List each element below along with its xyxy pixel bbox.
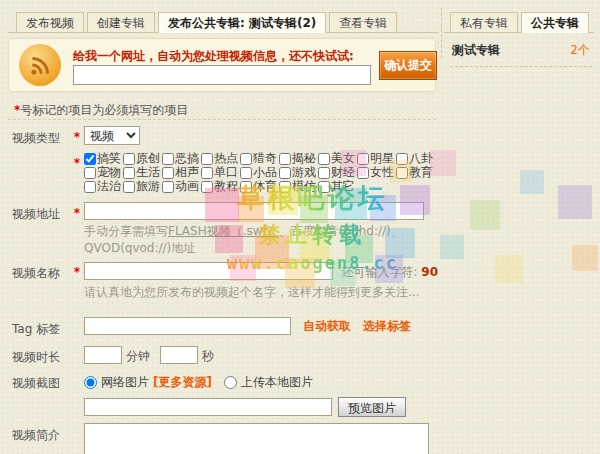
category-checkbox[interactable] <box>240 167 252 179</box>
category-checkbox[interactable] <box>84 167 96 179</box>
intro-label: 视频简介 <box>8 423 70 444</box>
category-option[interactable]: 体育 <box>240 178 277 195</box>
category-option-label: 动画 <box>175 178 199 195</box>
tab-private-album[interactable]: 私有专辑 <box>450 12 518 32</box>
category-checkbox[interactable] <box>357 167 369 179</box>
video-type-row: 视频类型 * 视频 <box>8 126 438 147</box>
flash-format-link[interactable]: FLASH视频（.swf） <box>168 224 279 238</box>
category-label-spacer <box>8 152 70 156</box>
screenshot-label: 视频截图 <box>8 371 70 392</box>
banner-submit-button[interactable]: 确认提交 <box>379 51 437 80</box>
category-option[interactable]: 模仿 <box>279 178 316 195</box>
duration-minutes-input[interactable] <box>84 346 122 364</box>
screenshot-source-options: 网络图片 [更多资源] 上传本地图片 <box>84 371 438 391</box>
required-star: * <box>70 152 84 170</box>
category-checkbox[interactable] <box>396 167 408 179</box>
category-checkbox[interactable] <box>396 153 408 165</box>
category-checkbox[interactable] <box>357 153 369 165</box>
album-list-item[interactable]: 测试专辑 2个 <box>450 37 592 67</box>
video-type-label: 视频类型 <box>8 126 70 147</box>
seconds-unit: 秒 <box>202 345 214 365</box>
category-checkbox[interactable] <box>279 181 291 193</box>
video-name-row: 视频名称 * 还可输入字符: 90 请认真地为您所发布的视频起个名字，这样才能得… <box>8 261 438 301</box>
intro-textarea[interactable] <box>84 423 429 454</box>
network-image-label: 网络图片 <box>101 374 149 391</box>
category-checkbox[interactable] <box>318 181 330 193</box>
category-option[interactable]: 教程 <box>201 178 238 195</box>
category-option-label: 教育 <box>409 164 433 181</box>
required-star: * <box>70 126 84 144</box>
album-tabbar: 私有专辑 公共专辑 <box>444 10 594 33</box>
category-checkbox[interactable] <box>84 153 96 165</box>
tab-create-album[interactable]: 创建专辑 <box>87 12 155 32</box>
minutes-unit: 分钟 <box>126 345 150 365</box>
tag-row: Tag 标签 自动获取 选择标签 <box>8 317 438 338</box>
category-checkbox[interactable] <box>162 167 174 179</box>
video-name-input[interactable] <box>84 262 333 280</box>
network-image-radio[interactable] <box>84 376 97 389</box>
category-checkbox[interactable] <box>201 181 213 193</box>
publish-form: 视频类型 * 视频 * 搞笑 原创 恶搞 热点 猎奇 揭秘 美女 明星 八卦 宠… <box>8 122 438 454</box>
required-star: * <box>70 202 84 220</box>
category-checkbox[interactable] <box>279 167 291 179</box>
upload-local-label: 上传本地图片 <box>241 374 313 391</box>
category-option-label: 其它 <box>331 178 355 195</box>
tab-public-album[interactable]: 公共专辑 <box>521 12 589 33</box>
intro-row: 视频简介 请用不超过250个汉字对您发布的视频进行描述... <box>8 423 438 454</box>
video-name-label: 视频名称 <box>8 261 70 282</box>
category-option-label: 旅游 <box>136 178 160 195</box>
duration-row: 视频时长 分钟 秒 <box>8 345 438 366</box>
category-checkbox[interactable] <box>318 167 330 179</box>
preview-image-button[interactable]: 预览图片 <box>338 397 406 417</box>
category-checkbox[interactable] <box>123 181 135 193</box>
screenshot-row: 视频截图 网络图片 [更多资源] 上传本地图片 预览图片 <box>8 371 438 417</box>
tag-label: Tag 标签 <box>8 317 70 338</box>
auto-fetch-link[interactable]: 自动获取 <box>303 318 351 335</box>
category-option-label: 女性 <box>370 164 394 181</box>
category-checkbox[interactable] <box>240 181 252 193</box>
category-option[interactable]: 旅游 <box>123 178 160 195</box>
video-address-hint: 手动分享需填写FLASH视频（.swf）、百度影音(bdhd://)、QVOD(… <box>84 223 438 257</box>
tab-publish-public-album[interactable]: 发布公共专辑: 测试专辑(2) <box>158 12 326 33</box>
category-option[interactable]: 教育 <box>396 164 433 181</box>
category-checkbox[interactable] <box>123 153 135 165</box>
url-input[interactable] <box>73 65 371 85</box>
category-checkbox[interactable] <box>123 167 135 179</box>
category-option[interactable]: 女性 <box>357 164 394 181</box>
screenshot-url-input[interactable] <box>84 398 332 416</box>
required-note-text: 号标记的项目为必须填写的项目 <box>20 103 188 117</box>
star-spacer <box>70 371 84 375</box>
duration-seconds-input[interactable] <box>160 346 198 364</box>
video-address-row: 视频地址 * 手动分享需填写FLASH视频（.swf）、百度影音(bdhd://… <box>8 202 438 257</box>
category-checkbox[interactable] <box>240 153 252 165</box>
category-option[interactable]: 其它 <box>318 178 355 195</box>
video-type-select[interactable]: 视频 <box>84 126 140 145</box>
category-option-label: 模仿 <box>292 178 316 195</box>
video-address-input[interactable] <box>84 202 424 220</box>
main-tabbar: 发布视频 创建专辑 发布公共专辑: 测试专辑(2) 查看专辑 <box>8 10 438 33</box>
video-address-label: 视频地址 <box>8 202 70 223</box>
rss-icon <box>19 44 61 86</box>
tab-publish-video[interactable]: 发布视频 <box>16 12 84 32</box>
category-option[interactable]: 动画 <box>162 178 199 195</box>
char-counter-value: 90 <box>421 265 438 279</box>
more-resources-link[interactable]: [更多资源] <box>153 374 212 391</box>
album-name: 测试专辑 <box>452 42 500 59</box>
category-checkbox[interactable] <box>84 181 96 193</box>
category-checkbox[interactable] <box>318 153 330 165</box>
tab-view-album[interactable]: 查看专辑 <box>329 12 397 32</box>
category-option[interactable]: 法治 <box>84 178 121 195</box>
category-row-3: 法治 旅游 动画 教程 体育 模仿 其它 <box>84 180 438 193</box>
url-import-banner: 给我一个网址，自动为您处理视频信息，还不快试试: 确认提交 <box>8 38 436 92</box>
category-checkbox[interactable] <box>162 153 174 165</box>
category-checkbox[interactable] <box>279 153 291 165</box>
category-option-label: 体育 <box>253 178 277 195</box>
upload-local-radio[interactable] <box>224 376 237 389</box>
required-star: * <box>70 261 84 279</box>
category-checkbox[interactable] <box>201 153 213 165</box>
category-checkbox[interactable] <box>162 181 174 193</box>
tag-input[interactable] <box>84 317 291 335</box>
char-counter: 还可输入字符: 90 <box>341 261 438 281</box>
choose-tag-link[interactable]: 选择标签 <box>363 318 411 335</box>
category-checkbox[interactable] <box>201 167 213 179</box>
